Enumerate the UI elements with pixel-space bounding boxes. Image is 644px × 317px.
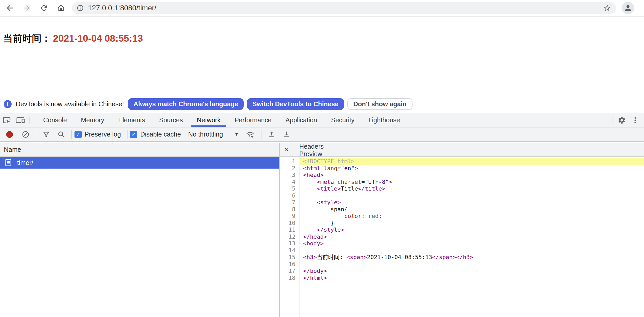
preserve-log-checkbox[interactable]: ✓ bbox=[74, 131, 82, 138]
search-icon bbox=[57, 131, 65, 138]
always-match-chrome-s-language-button[interactable]: Always match Chrome's language bbox=[128, 98, 244, 110]
line-number: 14 bbox=[280, 247, 299, 254]
back-button[interactable] bbox=[5, 3, 14, 13]
export-har-button[interactable] bbox=[283, 131, 290, 138]
code-line-18: 18</html> bbox=[280, 275, 644, 282]
name-column-header[interactable]: Name bbox=[0, 143, 279, 157]
infobar-message: DevTools is now available in Chinese! bbox=[16, 100, 124, 108]
person-icon bbox=[624, 4, 632, 12]
web-page-content: 当前时间：2021-10-04 08:55:13 bbox=[0, 17, 644, 95]
network-conditions-button[interactable] bbox=[245, 130, 255, 139]
tab-performance[interactable]: Performance bbox=[228, 113, 279, 127]
detail-tab-headers[interactable]: Headers bbox=[293, 143, 335, 150]
settings-button[interactable] bbox=[615, 116, 628, 124]
code-lines: 1<!DOCTYPE html>2<html lang="en">3<head>… bbox=[280, 157, 644, 281]
detail-tabbar: × HeadersPreviewResponseInitiatorTiming bbox=[280, 143, 644, 157]
close-detail-button[interactable]: × bbox=[280, 143, 293, 156]
reload-button[interactable] bbox=[39, 3, 49, 13]
code-line-4: 4 <meta charset="UTF-8"> bbox=[280, 179, 644, 186]
search-button[interactable] bbox=[57, 131, 65, 138]
request-detail-panel: × HeadersPreviewResponseInitiatorTiming … bbox=[280, 143, 644, 317]
line-number: 7 bbox=[280, 199, 299, 206]
code-line-1: 1<!DOCTYPE html> bbox=[280, 158, 644, 165]
response-code-viewer[interactable]: 1<!DOCTYPE html>2<html lang="en">3<head>… bbox=[280, 157, 644, 317]
divider bbox=[71, 130, 72, 139]
address-bar[interactable]: 127.0.0.1:8080/timer/ bbox=[72, 2, 616, 14]
code-text bbox=[299, 192, 644, 199]
bookmark-button[interactable] bbox=[603, 4, 611, 12]
code-line-7: 7 <style> bbox=[280, 199, 644, 206]
inspect-element-button[interactable] bbox=[0, 113, 13, 127]
code-line-8: 8 span{ bbox=[280, 206, 644, 213]
line-number: 9 bbox=[280, 213, 299, 220]
profile-avatar[interactable] bbox=[622, 2, 634, 14]
switch-devtools-to-chinese-button[interactable]: Switch DevTools to Chinese bbox=[247, 98, 344, 110]
code-line-16: 16 bbox=[280, 261, 644, 268]
code-text: <html lang="en"> bbox=[299, 165, 644, 172]
page-info-icon[interactable] bbox=[77, 4, 84, 12]
preserve-log-label: Preserve log bbox=[85, 131, 121, 138]
line-number: 17 bbox=[280, 268, 299, 275]
tab-console[interactable]: Console bbox=[36, 113, 74, 127]
code-text: <title>Title</title> bbox=[299, 185, 644, 192]
divider bbox=[612, 116, 612, 124]
code-text: </style> bbox=[299, 227, 644, 233]
code-text: </body> bbox=[299, 268, 644, 275]
line-number: 18 bbox=[280, 275, 299, 282]
request-row-timer[interactable]: timer/ bbox=[0, 157, 279, 169]
home-icon bbox=[57, 4, 65, 12]
filter-funnel-icon bbox=[42, 131, 50, 138]
code-text: <meta charset="UTF-8"> bbox=[299, 179, 644, 186]
code-text: span{ bbox=[299, 206, 644, 213]
import-har-button[interactable] bbox=[268, 131, 275, 138]
tab-security[interactable]: Security bbox=[324, 113, 361, 127]
code-text bbox=[299, 261, 644, 268]
clear-network-log-button[interactable] bbox=[22, 131, 29, 138]
upload-arrow-icon bbox=[268, 131, 275, 138]
tab-lighthouse[interactable]: Lighthouse bbox=[361, 113, 407, 127]
throttling-select[interactable]: No throttling bbox=[188, 131, 223, 138]
devtools-panel: i DevTools is now available in Chinese! … bbox=[0, 95, 644, 317]
code-line-17: 17</body> bbox=[280, 268, 644, 275]
don-t-show-again-button[interactable]: Don't show again bbox=[347, 98, 413, 110]
record-network-log-button[interactable] bbox=[6, 131, 13, 138]
line-number: 16 bbox=[280, 261, 299, 268]
code-line-5: 5 <title>Title</title> bbox=[280, 185, 644, 192]
tab-network[interactable]: Network bbox=[190, 113, 228, 127]
tab-memory[interactable]: Memory bbox=[74, 113, 111, 127]
home-button[interactable] bbox=[56, 3, 66, 13]
divider bbox=[127, 130, 128, 139]
code-text: } bbox=[299, 220, 644, 227]
code-line-12: 12</head> bbox=[280, 233, 644, 240]
tab-sources[interactable]: Sources bbox=[152, 113, 190, 127]
line-number: 4 bbox=[280, 179, 299, 186]
network-toolbar: ✓ Preserve log ✓ Disable cache No thrott… bbox=[0, 127, 644, 142]
code-line-3: 3<head> bbox=[280, 172, 644, 179]
requests-panel: Name timer/ bbox=[0, 143, 280, 317]
tab-application[interactable]: Application bbox=[279, 113, 324, 127]
disable-cache-checkbox[interactable]: ✓ bbox=[130, 131, 137, 138]
code-text bbox=[299, 247, 644, 254]
code-line-13: 13<body> bbox=[280, 240, 644, 247]
detail-tabs: HeadersPreviewResponseInitiatorTiming bbox=[293, 143, 335, 156]
chevron-down-icon[interactable]: ▼ bbox=[234, 132, 239, 137]
line-number: 3 bbox=[280, 172, 299, 179]
divider bbox=[29, 116, 30, 124]
url-text[interactable]: 127.0.0.1:8080/timer/ bbox=[88, 4, 156, 12]
more-options-button[interactable] bbox=[628, 116, 642, 124]
filter-button[interactable] bbox=[42, 131, 50, 138]
tab-elements[interactable]: Elements bbox=[111, 113, 152, 127]
forward-button[interactable] bbox=[22, 3, 32, 13]
divider bbox=[36, 130, 36, 139]
code-text: <!DOCTYPE html> bbox=[299, 158, 644, 165]
code-line-14: 14 bbox=[280, 247, 644, 254]
line-number: 2 bbox=[280, 165, 299, 172]
network-conditions-icon bbox=[245, 130, 255, 139]
info-icon: i bbox=[4, 100, 12, 108]
code-text: </html> bbox=[299, 275, 644, 282]
line-number: 10 bbox=[280, 220, 299, 227]
time-label: 当前时间： bbox=[3, 33, 51, 44]
code-text: </head> bbox=[299, 233, 644, 240]
device-toolbar-button[interactable] bbox=[13, 113, 27, 127]
mini-gear bbox=[251, 135, 253, 138]
